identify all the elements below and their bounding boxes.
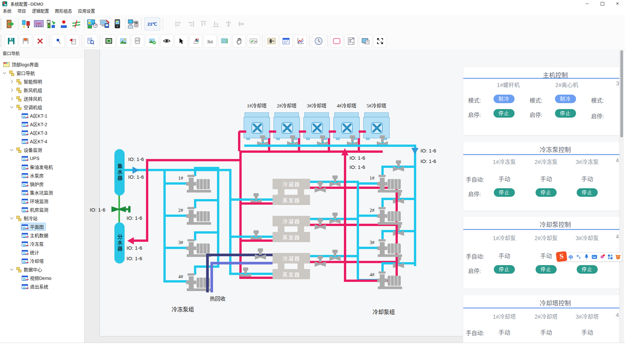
tree-item-22[interactable]: 统计 xyxy=(0,248,84,257)
tree-item-body[interactable]: 视频Demo xyxy=(21,274,53,282)
design-canvas[interactable]: 1#冷却塔 2#冷却塔 3#冷却塔 4#冷却塔 5#冷却塔 xyxy=(84,49,619,343)
start-stop-button[interactable]: 停止 xyxy=(577,188,598,197)
trend-chart-icon[interactable] xyxy=(294,34,307,48)
start-stop-button[interactable]: 停止 xyxy=(494,188,515,197)
start-stop-button[interactable]: 停止 xyxy=(493,109,515,118)
canvas-vscrollbar[interactable] xyxy=(619,49,624,343)
download-device-icon[interactable] xyxy=(99,17,111,31)
minimize-button[interactable] xyxy=(580,0,595,7)
tree-item-body[interactable]: 空调机组 xyxy=(14,103,44,111)
start-stop-button[interactable]: 停止 xyxy=(494,265,515,274)
align-right-icon[interactable] xyxy=(187,20,195,28)
tree-item-19[interactable]: 平面图 xyxy=(0,222,84,231)
align-center-h-icon[interactable] xyxy=(225,20,232,28)
tree-item-0[interactable]: 顶部logo界面 xyxy=(0,60,84,69)
rectangle-shape-icon[interactable] xyxy=(330,34,343,48)
smc-icon[interactable]: SMC xyxy=(33,17,45,31)
tree-item-7[interactable]: A区KT-2 xyxy=(0,120,84,128)
screen-icon[interactable] xyxy=(102,34,115,48)
tree-item-25[interactable]: 视频Demo xyxy=(0,274,84,282)
tree-item-body[interactable]: 平面图 xyxy=(21,223,46,231)
export-page-icon[interactable] xyxy=(66,34,79,48)
zoom-page-icon[interactable] xyxy=(84,34,97,48)
tree-item-body[interactable]: 设备监测 xyxy=(14,146,44,154)
expander-icon[interactable] xyxy=(2,71,7,76)
text-tool-icon[interactable]: Text xyxy=(204,34,217,48)
tree-item-body[interactable]: 冷却塔 xyxy=(21,257,46,265)
tree-item-3[interactable]: 新风机组 xyxy=(0,86,84,94)
tree-item-24[interactable]: 数据中心 xyxy=(0,265,84,274)
tree-item-body[interactable]: 柴油发电机 xyxy=(21,163,55,171)
hand-tool-icon[interactable] xyxy=(232,34,246,48)
tree-item-body[interactable]: A区KT-4 xyxy=(21,137,49,145)
toolbar-grip[interactable] xyxy=(1,35,3,47)
start-stop-button[interactable]: 停止 xyxy=(555,109,576,118)
menu-item[interactable]: 项目 xyxy=(14,7,29,15)
menu-item[interactable]: 逻辑配置 xyxy=(29,7,52,15)
computer-link-icon[interactable] xyxy=(127,17,140,31)
expander-icon[interactable] xyxy=(10,105,14,110)
source-page-icon[interactable]: <> xyxy=(131,34,144,48)
tree-item-body[interactable]: 集水坑监测 xyxy=(21,189,55,196)
tree-item-body[interactable]: A区KT-3 xyxy=(21,129,49,137)
temperature-display[interactable]: 23℃ xyxy=(144,17,160,31)
tree-item-body[interactable]: 制冷站 xyxy=(14,214,39,222)
tree-item-14[interactable]: 锅炉房 xyxy=(0,180,84,188)
ime-mic-icon[interactable] xyxy=(583,253,590,261)
tree-item-1[interactable]: 窗口导航 xyxy=(0,69,84,77)
toolbar-grip[interactable] xyxy=(1,18,3,30)
sogou-logo-icon[interactable]: S xyxy=(556,251,567,262)
align-bottom-icon[interactable] xyxy=(212,20,220,28)
select-cursor-icon[interactable] xyxy=(175,34,188,48)
expander-icon[interactable] xyxy=(10,96,14,101)
menu-item[interactable]: 系统 xyxy=(0,7,14,15)
tree-item-13[interactable]: 水泵房 xyxy=(0,171,84,180)
ime-mascot-icon[interactable] xyxy=(614,253,622,261)
io-config-icon[interactable] xyxy=(20,17,33,31)
tree-item-body[interactable]: 数据中心 xyxy=(14,265,44,273)
tree-item-21[interactable]: 冷冻泵 xyxy=(0,239,84,248)
start-stop-button[interactable]: 停止 xyxy=(536,265,557,274)
tree-item-8[interactable]: A区KT-3 xyxy=(0,128,84,137)
ime-skin-icon[interactable] xyxy=(598,253,606,261)
tree-item-4[interactable]: 送排风机 xyxy=(0,94,84,103)
mode-button[interactable]: 制冷 xyxy=(493,95,515,103)
tree-item-body[interactable]: 顶部logo界面 xyxy=(2,60,40,68)
tree-item-body[interactable]: 锅炉房 xyxy=(21,180,46,188)
image-icon[interactable] xyxy=(117,34,130,48)
slider-control-icon[interactable] xyxy=(265,34,278,48)
tree-item-9[interactable]: A区KT-4 xyxy=(0,137,84,146)
tree-item-body[interactable]: A区KT-2 xyxy=(21,120,49,128)
report-list-icon[interactable] xyxy=(345,34,358,48)
button-ok-icon[interactable]: OK xyxy=(247,34,260,48)
clock-icon[interactable] xyxy=(312,34,325,48)
tree-item-body[interactable]: A区KT-1 xyxy=(21,112,49,120)
mode-button[interactable]: 制冷 xyxy=(555,95,576,103)
save-button[interactable] xyxy=(5,34,18,48)
tree-item-body[interactable]: 退出系统 xyxy=(21,283,50,290)
disconnect-icon[interactable] xyxy=(70,17,83,31)
menu-item[interactable]: 应用设置 xyxy=(75,7,98,15)
menu-item[interactable]: 图形组态 xyxy=(52,7,75,15)
close-button[interactable]: ✕ xyxy=(610,0,625,7)
delete-button[interactable] xyxy=(34,34,47,48)
tree-item-body[interactable]: UPS xyxy=(21,155,41,162)
save-all-button[interactable] xyxy=(19,34,32,48)
tree-item-body[interactable]: 统计 xyxy=(21,248,41,256)
tree-item-20[interactable]: 主机数据 xyxy=(0,231,84,239)
screen-cast-icon[interactable] xyxy=(359,34,372,48)
tree-item-6[interactable]: A区KT-1 xyxy=(0,111,84,120)
ime-punctuation-icon[interactable] xyxy=(575,253,583,261)
tree-item-body[interactable]: 新风机组 xyxy=(14,86,44,94)
tree-item-body[interactable]: 水泵房 xyxy=(21,171,46,179)
expander-icon[interactable] xyxy=(10,88,14,93)
table-grid-icon[interactable] xyxy=(218,34,231,48)
tree-item-body[interactable]: 主机数据 xyxy=(21,231,50,239)
font-format-icon[interactable]: A xyxy=(189,34,202,48)
marker-point-icon[interactable] xyxy=(58,17,70,31)
tree-item-23[interactable]: 冷却塔 xyxy=(0,257,84,265)
ime-lang-icon[interactable]: 中 xyxy=(567,253,575,261)
tree-item-2[interactable]: 智能照明 xyxy=(0,77,84,86)
expander-icon[interactable] xyxy=(10,79,14,84)
add-image-icon[interactable] xyxy=(146,34,159,48)
